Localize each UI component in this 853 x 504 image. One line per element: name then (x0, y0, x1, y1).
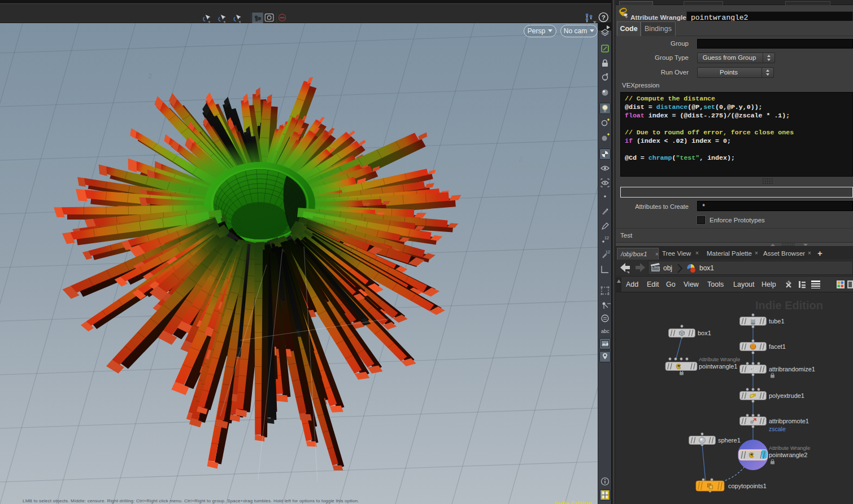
svg-text:abc: abc (601, 328, 610, 334)
svg-text:2: 2 (519, 155, 523, 164)
svg-text:12: 12 (606, 250, 610, 254)
svg-text:12: 12 (604, 236, 609, 240)
svg-text:2: 2 (148, 72, 152, 80)
svg-text:?: ? (602, 14, 606, 21)
